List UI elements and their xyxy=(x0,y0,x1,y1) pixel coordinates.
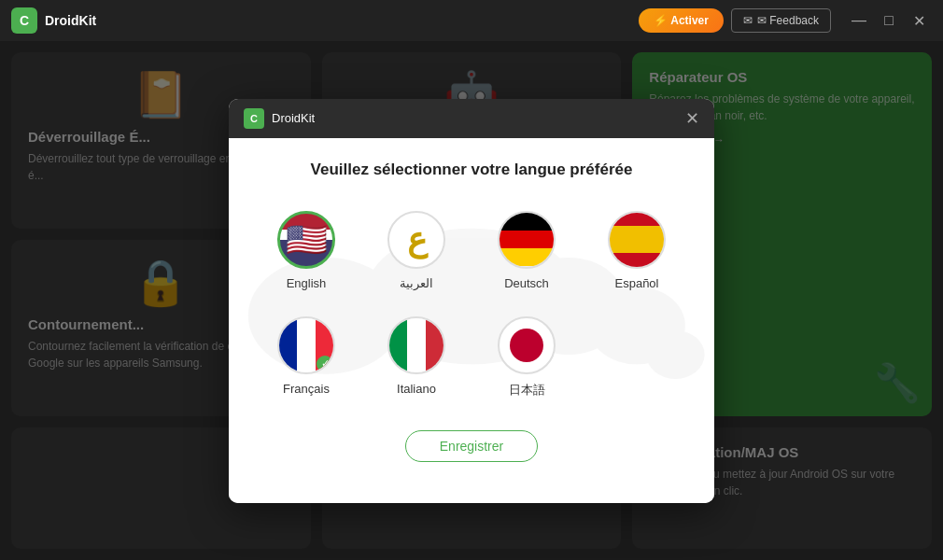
lang-item-deutsch[interactable]: Deutsch xyxy=(475,205,578,296)
window-controls: — □ ✕ xyxy=(846,7,932,34)
app-name: DroidKit xyxy=(45,13,639,28)
language-dialog: C DroidKit ✕ Veuillez sélectionner votre… xyxy=(229,99,714,503)
lang-label-italiano: Italiano xyxy=(397,382,436,396)
main-content: 📔 Déverrouillage É... Déverrouillez tout… xyxy=(0,41,943,560)
dialog-header: C DroidKit ✕ xyxy=(229,99,714,138)
french-checkmark: ✓ xyxy=(317,356,333,372)
lang-label-arabic: العربية xyxy=(400,276,433,290)
lang-label-francais: Français xyxy=(283,382,330,396)
lang-label-deutsch: Deutsch xyxy=(504,276,549,290)
flag-it xyxy=(387,316,445,374)
modal-overlay: C DroidKit ✕ Veuillez sélectionner votre… xyxy=(0,41,943,560)
title-bar-actions: ⚡ Activer ✉ ✉ Feedback — □ ✕ xyxy=(639,7,932,34)
app-logo: C xyxy=(11,7,37,34)
jp-red-circle xyxy=(510,329,543,362)
mail-icon: ✉ xyxy=(743,14,753,27)
title-bar: C DroidKit ⚡ Activer ✉ ✉ Feedback — □ ✕ xyxy=(0,0,943,41)
lang-item-francais[interactable]: ✓ Français xyxy=(255,311,358,404)
lang-label-espanol: Español xyxy=(615,276,659,290)
lang-item-arabic[interactable]: ع العربية xyxy=(365,205,468,296)
minimize-button[interactable]: — xyxy=(846,7,872,34)
flag-fr: ✓ xyxy=(277,316,335,374)
dialog-body: Veuillez sélectionner votre langue préfé… xyxy=(229,138,714,503)
activate-button[interactable]: ⚡ Activer xyxy=(639,8,724,33)
dialog-close-button[interactable]: ✕ xyxy=(685,110,699,127)
lang-item-japanese[interactable]: 日本語 xyxy=(475,311,578,404)
lang-item-espanol[interactable]: Español xyxy=(585,205,688,296)
lang-label-japanese: 日本語 xyxy=(509,382,545,399)
flag-es xyxy=(608,211,666,269)
flag-ar: ع xyxy=(387,211,445,269)
save-button[interactable]: Enregistrer xyxy=(405,430,538,462)
language-grid: 🇺🇸 English ع العربية xyxy=(255,205,688,404)
dialog-title: DroidKit xyxy=(272,111,678,125)
flag-de xyxy=(498,211,556,269)
dialog-footer: Enregistrer xyxy=(255,430,688,484)
dialog-subtitle: Veuillez sélectionner votre langue préfé… xyxy=(255,161,688,179)
maximize-button[interactable]: □ xyxy=(876,7,902,34)
lang-item-italiano[interactable]: Italiano xyxy=(365,311,468,404)
flag-us: 🇺🇸 xyxy=(277,211,335,269)
dialog-logo: C xyxy=(244,108,264,129)
feedback-button[interactable]: ✉ ✉ Feedback xyxy=(731,8,831,33)
lang-label-english: English xyxy=(287,276,327,290)
close-button[interactable]: ✕ xyxy=(906,7,932,34)
lang-item-english[interactable]: 🇺🇸 English xyxy=(255,205,358,296)
flag-jp xyxy=(498,316,556,374)
